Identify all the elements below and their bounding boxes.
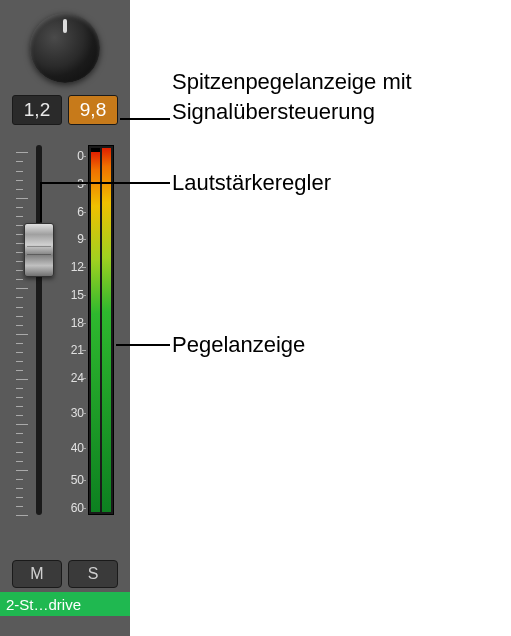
fader-track-area — [12, 145, 56, 515]
mute-button[interactable]: M — [12, 560, 62, 588]
fader-ruler — [12, 145, 32, 515]
fader-section: 0369121518212430405060 — [0, 145, 130, 515]
level-meter — [88, 145, 114, 515]
volume-fader[interactable] — [24, 223, 54, 277]
pan-knob-area — [0, 0, 130, 95]
mute-solo-row: M S — [12, 560, 118, 588]
callout-line — [116, 344, 170, 346]
callout-line — [40, 182, 42, 222]
callout-fader-label: Lautstärkeregler — [172, 168, 331, 198]
peak-level-display: 1,2 9,8 — [0, 95, 130, 125]
level-meter-right — [102, 148, 111, 512]
callout-meter-label: Pegelanzeige — [172, 330, 305, 360]
pan-knob[interactable] — [30, 13, 100, 83]
peak-level-left[interactable]: 1,2 — [12, 95, 62, 125]
channel-strip: 1,2 9,8 0369121518212430405060 M S 2-St…… — [0, 0, 130, 636]
callout-line — [40, 182, 170, 184]
level-meter-left-fill — [91, 152, 100, 512]
peak-level-right-clipping[interactable]: 9,8 — [68, 95, 118, 125]
callout-peak-label: Spitzenpegelanzeige mit Signalübersteuer… — [172, 67, 511, 126]
solo-button[interactable]: S — [68, 560, 118, 588]
level-meter-right-fill — [102, 148, 111, 512]
track-name-label[interactable]: 2-St…drive — [0, 592, 130, 616]
level-meter-left — [91, 148, 100, 512]
meter-area: 0369121518212430405060 — [60, 145, 118, 515]
meter-scale: 0369121518212430405060 — [60, 145, 86, 515]
callout-line — [120, 118, 170, 120]
